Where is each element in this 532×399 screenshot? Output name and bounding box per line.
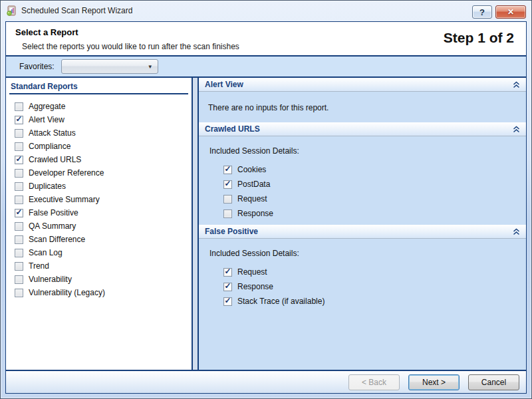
section-header[interactable]: Alert View	[199, 78, 526, 92]
section-header[interactable]: Crawled URLS	[199, 122, 526, 136]
chevron-down-icon: ▼	[148, 64, 153, 70]
report-row-false-positive[interactable]: False Positive	[15, 206, 192, 219]
back-button[interactable]: < Back	[348, 374, 400, 390]
checkbox[interactable]	[15, 222, 23, 231]
option-response[interactable]: Response	[223, 206, 517, 221]
option-response[interactable]: Response	[223, 279, 517, 294]
report-label[interactable]: Attack Status	[29, 128, 76, 138]
section-inputs: Included Session Details: Cookies PostDa…	[199, 136, 526, 225]
session-details-label: Included Session Details:	[209, 249, 517, 258]
report-row-compliance[interactable]: Compliance	[15, 140, 192, 153]
checkbox[interactable]	[15, 116, 23, 124]
option-label[interactable]: Request	[237, 267, 267, 277]
checkbox[interactable]	[15, 196, 23, 204]
cancel-button[interactable]: Cancel	[468, 374, 519, 390]
report-label[interactable]: False Positive	[29, 208, 78, 217]
option-label[interactable]: PostData	[237, 180, 270, 189]
help-button[interactable]: ?	[472, 5, 492, 19]
report-row-qa-summary[interactable]: QA Summary	[15, 219, 192, 233]
wizard-window: Scheduled Scan Report Wizard ? ✕ Select …	[0, 0, 532, 399]
checkbox[interactable]	[15, 289, 23, 297]
report-label[interactable]: Crawled URLS	[29, 155, 81, 164]
collapse-chevron-icon[interactable]	[513, 81, 520, 88]
no-inputs-message: There are no inputs for this report.	[199, 92, 526, 122]
favorites-label: Favorites:	[19, 62, 55, 71]
checkbox[interactable]	[223, 268, 232, 277]
report-row-crawled-urls[interactable]: Crawled URLS	[15, 153, 192, 166]
close-icon: ✕	[507, 7, 514, 17]
report-label[interactable]: Trend	[29, 261, 49, 271]
report-row-vulnerability-legacy[interactable]: Vulnerability (Legacy)	[15, 286, 192, 299]
close-button[interactable]: ✕	[495, 5, 526, 19]
window-title: Scheduled Scan Report Wizard	[21, 6, 132, 15]
report-row-alert-view[interactable]: Alert View	[15, 113, 192, 126]
option-label[interactable]: Cookies	[237, 165, 266, 174]
option-label[interactable]: Response	[237, 209, 273, 218]
section-false-positive: False Positive Included Session Details:…	[199, 225, 526, 313]
main-area: Standard Reports Aggregate Alert View At…	[6, 78, 526, 370]
report-row-aggregate[interactable]: Aggregate	[15, 100, 192, 113]
report-inputs-panel: Alert View There are no inputs for this …	[198, 78, 526, 370]
option-cookies[interactable]: Cookies	[223, 162, 517, 177]
checkbox[interactable]	[15, 129, 23, 138]
title-bar[interactable]: Scheduled Scan Report Wizard ? ✕	[1, 1, 531, 21]
report-label[interactable]: Developer Reference	[29, 168, 104, 178]
report-row-scan-difference[interactable]: Scan Difference	[15, 233, 192, 246]
checkbox[interactable]	[223, 297, 232, 306]
report-row-vulnerability[interactable]: Vulnerability	[15, 273, 192, 286]
checkbox[interactable]	[15, 182, 23, 191]
checkbox[interactable]	[15, 249, 23, 257]
report-row-scan-log[interactable]: Scan Log	[15, 246, 192, 259]
checkbox[interactable]	[223, 209, 232, 218]
report-row-attack-status[interactable]: Attack Status	[15, 126, 192, 140]
report-label[interactable]: Compliance	[29, 142, 70, 151]
report-label[interactable]: Alert View	[29, 115, 65, 124]
section-title: False Positive	[205, 227, 258, 236]
report-label[interactable]: Scan Log	[29, 248, 63, 257]
report-row-executive-summary[interactable]: Executive Summary	[15, 193, 192, 206]
option-request[interactable]: Request	[223, 265, 517, 279]
option-stack-trace[interactable]: Stack Trace (if available)	[223, 294, 517, 309]
option-postdata[interactable]: PostData	[223, 177, 517, 192]
checkbox[interactable]	[15, 142, 23, 151]
option-label[interactable]: Response	[237, 282, 273, 291]
section-header[interactable]: False Positive	[199, 225, 526, 239]
page-title: Select a Report	[15, 27, 517, 37]
report-label[interactable]: Aggregate	[29, 102, 65, 111]
report-row-developer-reference[interactable]: Developer Reference	[15, 166, 192, 180]
checkbox[interactable]	[15, 169, 23, 178]
checkbox[interactable]	[15, 275, 23, 284]
checkbox[interactable]	[223, 283, 232, 291]
checkbox[interactable]	[223, 166, 232, 174]
checkbox[interactable]	[15, 262, 23, 271]
option-label[interactable]: Stack Trace (if available)	[237, 297, 325, 306]
report-label[interactable]: Scan Difference	[29, 235, 85, 244]
report-label[interactable]: QA Summary	[29, 221, 76, 231]
report-label[interactable]: Vulnerability (Legacy)	[29, 288, 105, 297]
report-row-duplicates[interactable]: Duplicates	[15, 180, 192, 193]
checkbox[interactable]	[15, 235, 23, 244]
checkbox[interactable]	[15, 156, 23, 164]
checkbox[interactable]	[223, 195, 232, 203]
section-inputs: Included Session Details: Request Respon…	[199, 239, 526, 313]
report-label[interactable]: Vulnerability	[29, 275, 72, 284]
section-title: Crawled URLS	[205, 124, 260, 134]
option-label[interactable]: Request	[237, 194, 267, 203]
wizard-content: Select a Report Select the reports you w…	[5, 21, 527, 394]
collapse-chevron-icon[interactable]	[513, 126, 520, 133]
collapse-chevron-icon[interactable]	[513, 228, 520, 235]
section-alert-view: Alert View There are no inputs for this …	[199, 78, 526, 122]
caption-buttons: ? ✕	[472, 5, 526, 19]
checkbox[interactable]	[223, 180, 232, 189]
report-row-trend[interactable]: Trend	[15, 259, 192, 273]
page-subtitle: Select the reports you would like to run…	[22, 42, 517, 51]
favorites-bar: Favorites: ▼	[6, 55, 526, 78]
report-icon	[6, 5, 17, 17]
next-button[interactable]: Next >	[408, 374, 460, 390]
checkbox[interactable]	[15, 102, 23, 111]
checkbox[interactable]	[15, 209, 23, 217]
favorites-dropdown[interactable]: ▼	[61, 59, 158, 74]
report-label[interactable]: Duplicates	[29, 182, 66, 191]
report-label[interactable]: Executive Summary	[29, 195, 100, 204]
option-request[interactable]: Request	[223, 192, 517, 206]
